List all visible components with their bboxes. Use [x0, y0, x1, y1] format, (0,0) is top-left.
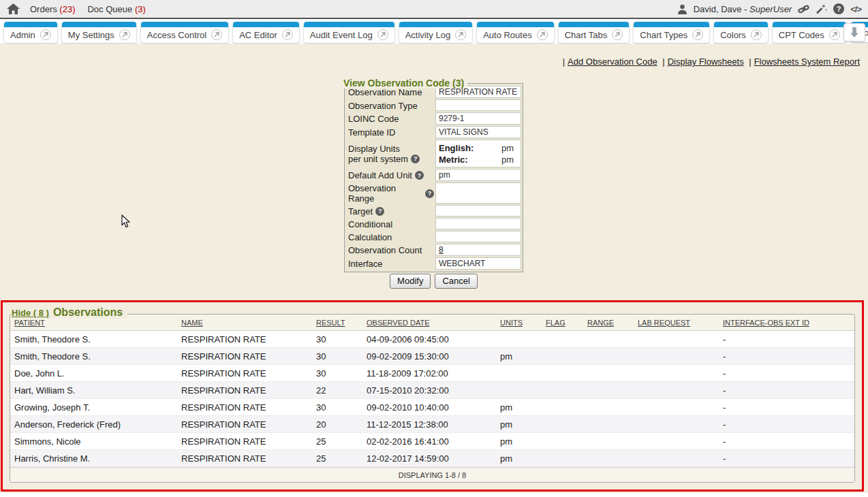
field-label: Template ID	[348, 127, 395, 138]
help-icon[interactable]: ?	[415, 171, 424, 180]
english-label: English:	[439, 143, 474, 153]
field-row-target: Target?	[346, 204, 521, 217]
action-links: |Add Observation Code |Display Flowsheet…	[560, 57, 860, 67]
svg-text:?: ?	[837, 5, 841, 13]
field-value	[435, 99, 521, 111]
field-value: VITAL SIGNS	[435, 126, 521, 138]
field-label: Interface	[348, 259, 383, 269]
tab-access-control[interactable]: Access Control	[141, 22, 228, 43]
tab-admin[interactable]: Admin	[4, 22, 57, 43]
field-value: pm	[435, 169, 521, 181]
table-row[interactable]: Smith, Theodore S.RESPIRATION RATE3004-0…	[10, 331, 854, 348]
display-units-value: English:pm Metric:pm	[435, 140, 521, 167]
popout-icon[interactable]	[692, 29, 703, 40]
popout-icon[interactable]	[119, 29, 130, 40]
popout-icon[interactable]	[751, 29, 762, 40]
field-label: Calculation	[348, 232, 392, 242]
tab-accent	[634, 22, 709, 27]
tab-auto-routes[interactable]: Auto Routes	[477, 22, 554, 43]
popout-icon[interactable]	[40, 29, 51, 40]
field-value	[435, 218, 521, 229]
field-row-default-add-unit: Default Add Unit? pm	[346, 168, 521, 182]
tab-cpt-codes[interactable]: CPT Codes	[773, 22, 846, 43]
popout-icon[interactable]	[377, 29, 388, 40]
table-row[interactable]: Doe, John L.RESPIRATION RATE3011-18-2009…	[10, 365, 854, 382]
user-icon	[677, 4, 687, 14]
popout-icon[interactable]	[612, 29, 623, 40]
field-value: 9279-1	[435, 112, 521, 125]
hide-link[interactable]: Hide ( 8 )	[12, 308, 49, 318]
tab-ac-editor[interactable]: AC Editor	[233, 22, 299, 43]
tab-accent	[559, 22, 630, 27]
paging-status: DISPLAYING 1-8 / 8	[10, 467, 854, 482]
col-observed-date[interactable]: OBSERVED DATE	[367, 319, 500, 327]
field-label: Observation Range	[348, 183, 422, 204]
help-icon[interactable]: ?	[425, 189, 434, 198]
field-row-loinc-code: LOINC Code 9279-1	[346, 112, 521, 125]
tab-chart-tabs[interactable]: Chart Tabs	[559, 22, 630, 43]
link-icon[interactable]	[798, 4, 809, 14]
col-result[interactable]: RESULT	[316, 319, 367, 327]
wand-icon[interactable]	[816, 3, 827, 14]
field-label: Target	[348, 206, 373, 217]
table-row[interactable]: Growing, Joseph T.RESPIRATION RATE3009-0…	[10, 399, 854, 416]
observations-legend: Hide ( 8 )Observations	[12, 306, 127, 319]
col-patient[interactable]: PATIENT	[14, 319, 181, 327]
table-row[interactable]: Smith, Theodore S.RESPIRATION RATE3009-0…	[10, 348, 854, 365]
metric-label: Metric:	[439, 155, 468, 165]
tab-colors[interactable]: Colors	[714, 22, 768, 43]
tab-accent	[141, 22, 228, 27]
field-label: Display Units	[348, 144, 400, 154]
field-value: WEBCHART	[435, 257, 521, 270]
form-buttons: Modify Cancel	[344, 274, 523, 289]
col-name[interactable]: NAME	[181, 319, 316, 327]
popout-icon[interactable]	[829, 29, 840, 40]
tab-accent	[233, 22, 299, 27]
topnav-orders[interactable]: Orders (23)	[30, 4, 75, 14]
display-flowsheets-link[interactable]: Display Flowsheets	[668, 57, 744, 67]
home-icon[interactable]	[7, 3, 20, 15]
tab-accent	[4, 22, 57, 27]
tab-my-settings[interactable]: My Settings	[62, 22, 136, 43]
col-units[interactable]: UNITS	[500, 319, 546, 327]
observations-highlight-box: Hide ( 8 )Observations PATIENT NAME RESU…	[1, 300, 864, 492]
topbar-right: David, Dave - SuperUser ? </>	[677, 3, 861, 14]
col-range[interactable]: RANGE	[587, 319, 638, 327]
observation-count-link[interactable]: 8	[439, 245, 444, 255]
field-row-calculation: Calculation	[346, 230, 521, 243]
popout-icon[interactable]	[282, 29, 293, 40]
tab-accent	[399, 22, 472, 27]
help-icon[interactable]: ?	[411, 155, 420, 163]
english-value: pm	[501, 143, 518, 153]
tab-chart-types[interactable]: Chart Types	[634, 22, 709, 43]
tab-audit-event-log[interactable]: Audit Event Log	[304, 22, 394, 43]
field-label: Observation Count	[348, 245, 422, 255]
col-flag[interactable]: FLAG	[546, 319, 587, 327]
col-interface-obs-ext-id[interactable]: INTERFACE-OBS EXT ID	[723, 319, 854, 327]
field-row-interface: Interface WEBCHART	[346, 257, 521, 270]
down-arrow-icon	[850, 27, 859, 37]
field-row-observation-range: Observation Range?	[346, 182, 521, 204]
table-row[interactable]: Harris, Christine M.RESPIRATION RATE2512…	[10, 450, 854, 467]
table-row[interactable]: Simmons, NicoleRESPIRATION RATE2502-02-2…	[10, 433, 854, 450]
col-lab-request[interactable]: LAB REQUEST	[638, 319, 723, 327]
cancel-button[interactable]: Cancel	[435, 274, 477, 289]
popout-icon[interactable]	[537, 29, 548, 40]
tab-overflow-button[interactable]	[843, 23, 865, 42]
flowsheets-system-report-link[interactable]: Flowsheets System Report	[754, 57, 860, 67]
add-observation-code-link[interactable]: Add Observation Code	[568, 57, 657, 67]
tab-activity-log[interactable]: Activity Log	[399, 22, 472, 43]
help-icon[interactable]: ?	[833, 3, 844, 14]
table-row[interactable]: Anderson, Frederick (Fred)RESPIRATION RA…	[10, 416, 854, 433]
modify-button[interactable]: Modify	[390, 274, 431, 289]
field-label: Observation Name	[348, 87, 422, 97]
popout-icon[interactable]	[211, 29, 222, 40]
table-row[interactable]: Hart, William S.RESPIRATION RATE2207-15-…	[10, 382, 854, 399]
topnav-doc-queue[interactable]: Doc Queue (3)	[87, 4, 145, 14]
code-icon[interactable]: </>	[850, 4, 861, 14]
help-icon[interactable]: ?	[375, 207, 384, 216]
tab-accent	[773, 22, 846, 27]
field-value: 8	[435, 244, 521, 256]
popout-icon[interactable]	[455, 29, 466, 40]
field-row-template-id: Template ID VITAL SIGNS	[346, 125, 521, 139]
